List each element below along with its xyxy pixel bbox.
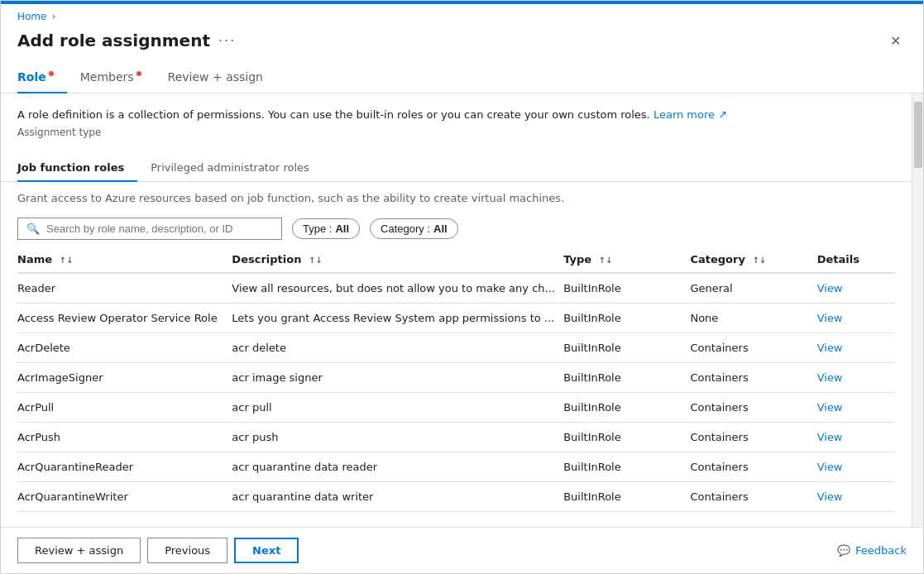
search-input[interactable] — [46, 222, 273, 235]
next-button[interactable]: Next — [234, 538, 299, 563]
cell-view-1[interactable]: View — [817, 303, 895, 332]
cell-cat-7: Containers — [690, 481, 816, 511]
info-text: A role definition is a collection of per… — [17, 107, 895, 123]
view-link-7[interactable]: View — [817, 490, 843, 503]
add-role-assignment-dialog: Home › Add role assignment ··· ✕ Role Me… — [0, 0, 924, 574]
breadcrumb: Home › — [1, 4, 923, 22]
type-filter[interactable]: Type : All — [292, 218, 360, 239]
cell-desc-3: acr image signer — [232, 362, 563, 392]
cell-cat-2: Containers — [690, 332, 816, 362]
col-header-category[interactable]: Category ↑↓ — [690, 246, 816, 273]
cell-type-3: BuiltInRole — [563, 362, 690, 392]
table-row[interactable]: AcrPush acr push BuiltInRole Containers … — [17, 422, 895, 452]
view-link-2[interactable]: View — [817, 342, 843, 354]
members-tab-dot — [136, 71, 141, 76]
breadcrumb-home[interactable]: Home — [17, 11, 46, 22]
view-link-1[interactable]: View — [817, 312, 843, 324]
cell-desc-6: acr quarantine data reader — [232, 452, 563, 481]
cell-desc-1: Lets you grant Access Review System app … — [232, 303, 563, 332]
cell-desc-2: acr delete — [232, 332, 563, 362]
footer: Review + assign Previous Next 💬 Feedback — [1, 527, 923, 573]
cell-cat-5: Containers — [690, 422, 816, 452]
cell-type-6: BuiltInRole — [563, 452, 690, 481]
table-row[interactable]: AcrQuarantineWriter acr quarantine data … — [17, 481, 895, 511]
cell-type-7: BuiltInRole — [563, 481, 690, 511]
roles-table-container: Name ↑↓ Description ↑↓ Type ↑↓ — [1, 246, 912, 512]
view-link-3[interactable]: View — [817, 371, 843, 384]
cell-type-5: BuiltInRole — [563, 422, 690, 452]
more-options-icon[interactable]: ··· — [218, 33, 236, 49]
cell-type-2: BuiltInRole — [563, 332, 690, 362]
close-button[interactable]: ✕ — [883, 29, 907, 52]
footer-actions: Review + assign Previous Next — [17, 538, 299, 563]
cell-view-3[interactable]: View — [817, 362, 895, 392]
view-link-6[interactable]: View — [817, 461, 843, 473]
filter-row: 🔍 Type : All Category : All — [1, 211, 912, 246]
category-filter[interactable]: Category : All — [370, 218, 458, 239]
col-header-details: Details — [817, 246, 895, 273]
roles-table: Name ↑↓ Description ↑↓ Type ↑↓ — [17, 246, 895, 512]
cell-desc-0: View all resources, but does not allow y… — [232, 273, 563, 304]
cell-view-6[interactable]: View — [817, 452, 895, 481]
feedback-icon: 💬 — [837, 544, 850, 557]
col-header-name[interactable]: Name ↑↓ — [17, 246, 232, 273]
dialog-title: Add role assignment — [17, 31, 210, 50]
tab-review-assign[interactable]: Review + assign — [168, 62, 276, 93]
cell-name-7: AcrQuarantineWriter — [17, 481, 232, 511]
cell-view-0[interactable]: View — [817, 273, 895, 304]
view-link-0[interactable]: View — [817, 282, 843, 294]
cell-desc-5: acr push — [232, 422, 563, 452]
cat-sort-icon: ↑↓ — [752, 256, 766, 265]
table-row[interactable]: AcrDelete acr delete BuiltInRole Contain… — [17, 332, 895, 362]
assignment-type-label: Assignment type — [17, 127, 895, 138]
feedback-button[interactable]: 💬 Feedback — [837, 544, 907, 557]
scrollbar-thumb — [914, 102, 922, 168]
table-header: Name ↑↓ Description ↑↓ Type ↑↓ — [17, 246, 895, 273]
tab-privileged-admin-roles[interactable]: Privileged administrator roles — [151, 155, 323, 182]
scrollbar[interactable] — [912, 93, 923, 527]
breadcrumb-chevron: › — [51, 11, 55, 22]
cell-type-4: BuiltInRole — [563, 392, 690, 422]
cell-view-7[interactable]: View — [817, 481, 895, 511]
table-row[interactable]: AcrQuarantineReader acr quarantine data … — [17, 452, 895, 481]
view-link-5[interactable]: View — [817, 431, 843, 443]
table-row[interactable]: Access Review Operator Service Role Lets… — [17, 303, 895, 332]
cell-type-0: BuiltInRole — [563, 273, 690, 304]
cell-name-2: AcrDelete — [17, 332, 232, 362]
content-area: A role definition is a collection of per… — [1, 93, 923, 527]
view-link-4[interactable]: View — [817, 401, 843, 414]
external-link-icon: ↗ — [718, 108, 727, 121]
info-section: A role definition is a collection of per… — [1, 93, 912, 145]
header-left: Add role assignment ··· — [17, 31, 236, 50]
cell-name-0: Reader — [17, 273, 232, 304]
cell-view-4[interactable]: View — [817, 392, 895, 422]
col-header-type[interactable]: Type ↑↓ — [563, 246, 690, 273]
search-icon: 🔍 — [26, 222, 40, 235]
role-tab-dot — [49, 71, 54, 76]
cell-view-2[interactable]: View — [817, 332, 895, 362]
cell-desc-7: acr quarantine data writer — [232, 481, 563, 511]
dialog-header: Add role assignment ··· ✕ — [1, 22, 923, 62]
previous-button[interactable]: Previous — [147, 538, 227, 563]
cell-desc-4: acr pull — [232, 392, 563, 422]
cell-view-5[interactable]: View — [817, 422, 895, 452]
main-tabs: Role Members Review + assign — [1, 62, 923, 93]
tab-role[interactable]: Role — [17, 62, 67, 93]
type-sort-icon: ↑↓ — [599, 256, 613, 265]
desc-sort-icon: ↑↓ — [309, 256, 323, 265]
cell-name-4: AcrPull — [17, 392, 232, 422]
col-header-description[interactable]: Description ↑↓ — [232, 246, 563, 273]
role-description: Grant access to Azure resources based on… — [1, 182, 912, 211]
review-assign-button[interactable]: Review + assign — [17, 538, 141, 563]
table-row[interactable]: Reader View all resources, but does not … — [17, 273, 895, 304]
cell-name-3: AcrImageSigner — [17, 362, 232, 392]
learn-more-link[interactable]: Learn more ↗ — [654, 108, 727, 121]
table-row[interactable]: AcrImageSigner acr image signer BuiltInR… — [17, 362, 895, 392]
search-box[interactable]: 🔍 — [17, 218, 282, 240]
table-row[interactable]: AcrPull acr pull BuiltInRole Containers … — [17, 392, 895, 422]
cell-name-1: Access Review Operator Service Role — [17, 303, 232, 332]
cell-type-1: BuiltInRole — [563, 303, 690, 332]
tab-members[interactable]: Members — [80, 62, 155, 93]
cell-cat-1: None — [690, 303, 816, 332]
tab-job-function-roles[interactable]: Job function roles — [17, 155, 137, 182]
